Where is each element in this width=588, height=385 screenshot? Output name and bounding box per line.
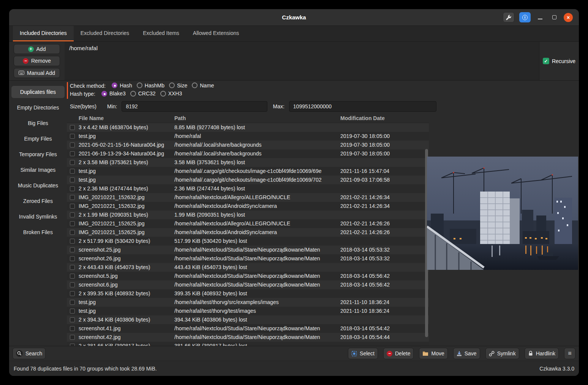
manual-add-button[interactable]: Manual Add	[14, 68, 60, 78]
file-row[interactable]: test.jpg /home/rafal 2019-07-30 18:05:00	[67, 132, 429, 141]
sidebar-item-broken-files[interactable]: Broken Files	[11, 226, 65, 238]
maximize-button[interactable]	[550, 12, 559, 22]
row-checkbox[interactable]	[70, 134, 75, 139]
menu-button[interactable]: ≡	[564, 348, 575, 359]
duplicate-group-row[interactable]: 2 x 443.43 KiB (454073 bytes) 443.43 KiB…	[67, 263, 429, 272]
sidebar-item-big-files[interactable]: Big Files	[11, 117, 65, 129]
recursive-checkbox[interactable]: ✓	[543, 58, 549, 64]
duplicate-group-row[interactable]: 2 x 3.58 MiB (3753621 bytes) 3.58 MiB (3…	[67, 158, 429, 167]
file-row[interactable]: screenshot.6.jpg /home/rafal/Nextcloud/S…	[67, 280, 429, 289]
file-row[interactable]: IMG_20210221_152625.jpg /home/rafal/Next…	[67, 228, 429, 237]
row-checkbox[interactable]	[70, 143, 75, 147]
row-checkbox[interactable]	[70, 169, 75, 174]
symlink-button[interactable]: Symlink	[485, 348, 519, 359]
radio-option[interactable]: Size	[169, 82, 187, 89]
row-checkbox[interactable]	[70, 177, 75, 182]
row-checkbox[interactable]	[70, 221, 75, 226]
row-checkbox[interactable]	[70, 160, 75, 165]
directory-path[interactable]: /home/rafal	[69, 45, 98, 51]
row-mod-date: 2018-03-14 05:53:32	[340, 255, 429, 261]
radio-option[interactable]: Name	[192, 82, 214, 89]
duplicate-group-row[interactable]: 2 x 1.99 MiB (2090351 bytes) 1.99 MiB (2…	[67, 211, 429, 219]
sidebar-item-empty-files[interactable]: Empty Files	[11, 133, 65, 145]
file-row[interactable]: 2021-05-02-21-15-16-Natura004.jpg /home/…	[67, 141, 429, 149]
add-directory-button[interactable]: + Add	[14, 44, 60, 54]
row-checkbox[interactable]	[70, 265, 75, 270]
duplicate-group-row[interactable]: 2 x 399.35 KiB (408932 bytes) 399.35 KiB…	[67, 289, 429, 298]
row-checkbox[interactable]	[70, 291, 75, 296]
row-checkbox[interactable]	[70, 186, 75, 191]
file-row[interactable]: screenshot.41.jpg /home/rafal/Nextcloud/…	[67, 324, 429, 333]
tab-excluded-directories[interactable]: Excluded Directories	[74, 26, 136, 41]
row-checkbox[interactable]	[70, 256, 75, 261]
hardlink-button[interactable]: Hardlink	[525, 348, 559, 359]
max-size-input[interactable]	[289, 101, 436, 112]
column-modification-date[interactable]: Modification Date	[340, 115, 429, 121]
file-row[interactable]: test.jpg /home/rafal/.cargo/git/checkout…	[67, 167, 429, 176]
titlebar[interactable]: Czkawka i ×	[9, 9, 579, 26]
duplicate-group-row[interactable]: 2 x 381.66 KiB (390817 bytes) 381.66 KiB…	[67, 342, 429, 346]
duplicate-group-row[interactable]: 3 x 4.42 MiB (4638704 bytes) 8.85 MiB (9…	[67, 123, 429, 132]
tab-excluded-items[interactable]: Excluded Items	[136, 26, 186, 41]
tab-allowed-extensions[interactable]: Allowed Extensions	[186, 26, 246, 41]
file-row[interactable]: IMG_20210221_152632.jpg /home/rafal/Next…	[67, 202, 429, 211]
file-row[interactable]: test.jpg /home/rafal/.cargo/git/checkout…	[67, 176, 429, 184]
delete-button[interactable]: − Delete	[383, 348, 414, 359]
file-row[interactable]: IMG_20210221_152625.jpg /home/rafal/Next…	[67, 219, 429, 228]
min-size-input[interactable]	[122, 101, 267, 112]
row-checkbox[interactable]	[70, 335, 75, 340]
file-row[interactable]: 2021-06-19-13-29-34-Natura004.jpg /home/…	[67, 149, 429, 158]
sidebar-item-invalid-symlinks[interactable]: Invalid Symlinks	[11, 211, 65, 223]
accent-bar	[67, 82, 68, 99]
close-button[interactable]: ×	[564, 13, 573, 22]
sidebar-item-duplicates-files[interactable]: Duplicates files	[11, 86, 65, 98]
row-checkbox[interactable]	[70, 300, 75, 305]
row-checkbox[interactable]	[70, 317, 75, 322]
radio-option[interactable]: CRC32	[130, 90, 156, 97]
sidebar-item-music-duplicates[interactable]: Music Duplicates	[11, 179, 65, 192]
row-checkbox[interactable]	[70, 212, 75, 217]
row-checkbox[interactable]	[70, 247, 75, 252]
remove-directory-button[interactable]: − Remove	[14, 56, 60, 66]
save-button[interactable]: Save	[453, 348, 480, 359]
move-button[interactable]: Move	[419, 348, 447, 359]
file-row[interactable]: screenshot.25.jpg /home/rafal/Nextcloud/…	[67, 246, 429, 254]
row-checkbox[interactable]	[70, 344, 75, 346]
file-row[interactable]: test.jpg /home/rafal/test/thorvg/test/im…	[67, 307, 429, 315]
about-button[interactable]: i	[519, 12, 531, 22]
select-button[interactable]: Select	[348, 348, 378, 359]
row-checkbox[interactable]	[70, 239, 75, 244]
duplicate-group-row[interactable]: 2 x 394.34 KiB (403806 bytes) 394.34 KiB…	[67, 315, 429, 324]
duplicate-group-row[interactable]: 2 x 517.99 KiB (530420 bytes) 517.99 KiB…	[67, 237, 429, 246]
sidebar-item-temporary-files[interactable]: Temporary Files	[11, 148, 65, 160]
radio-option[interactable]: HashMb	[137, 82, 164, 89]
file-row[interactable]: screenshot.42.jpg /home/rafal/Nextcloud/…	[67, 333, 429, 342]
radio-option[interactable]: XXH3	[160, 90, 182, 97]
file-row[interactable]: IMG_20210221_152632.jpg /home/rafal/Next…	[67, 193, 429, 202]
duplicate-group-row[interactable]: 2 x 2.36 MiB (2474744 bytes) 2.36 MiB (2…	[67, 184, 429, 193]
radio-option[interactable]: Blake3	[101, 90, 126, 97]
tab-included-directories[interactable]: Included Directories	[13, 26, 74, 41]
row-checkbox[interactable]	[70, 274, 75, 279]
row-checkbox[interactable]	[70, 125, 75, 130]
column-file-name[interactable]: File Name	[79, 115, 174, 121]
row-checkbox[interactable]	[70, 204, 75, 209]
included-directories-list[interactable]: /home/rafal	[65, 42, 539, 80]
row-checkbox[interactable]	[70, 309, 75, 314]
sidebar-item-similar-images[interactable]: Similar Images	[11, 164, 65, 176]
radio-option[interactable]: Hash	[112, 82, 132, 89]
minimize-button[interactable]	[536, 12, 545, 22]
settings-button[interactable]	[503, 12, 514, 22]
file-row[interactable]: test.jpg /home/rafal/test/thorvg/src/exa…	[67, 298, 429, 307]
column-path[interactable]: Path	[174, 115, 340, 121]
row-checkbox[interactable]	[70, 282, 75, 287]
file-row[interactable]: screenshot.5.jpg /home/rafal/Nextcloud/S…	[67, 272, 429, 280]
sidebar-item-empty-directories[interactable]: Empty Directories	[11, 101, 65, 114]
row-checkbox[interactable]	[70, 151, 75, 156]
sidebar-item-zeroed-files[interactable]: Zeroed Files	[11, 195, 65, 207]
row-checkbox[interactable]	[70, 230, 75, 235]
row-checkbox[interactable]	[70, 195, 75, 200]
search-button[interactable]: Search	[13, 348, 46, 359]
row-checkbox[interactable]	[70, 326, 75, 331]
file-row[interactable]: screenshot.26.jpg /home/rafal/Nextcloud/…	[67, 254, 429, 263]
